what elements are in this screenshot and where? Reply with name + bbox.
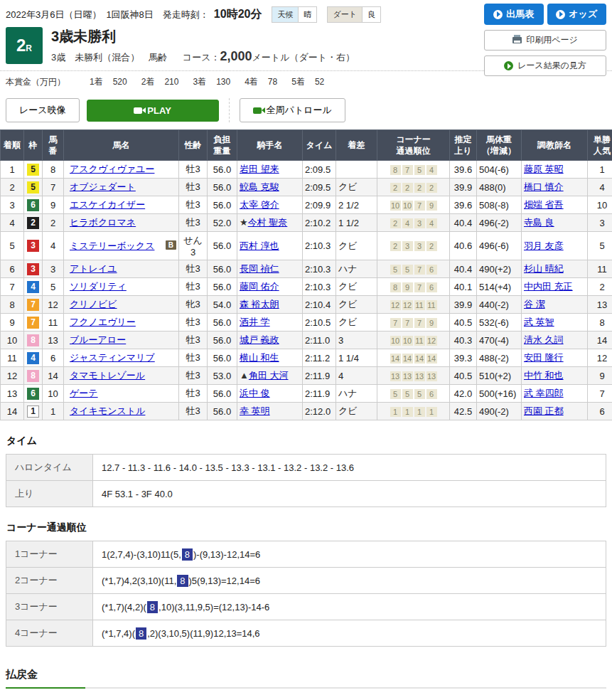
entry-table-button[interactable]: 出馬表 (484, 4, 544, 25)
race-title: 3歳未勝利 (51, 28, 355, 44)
odds-label: オッズ (569, 8, 597, 21)
finish-time: 2:11.9 (303, 385, 336, 403)
trainer-name-link[interactable]: 武 英智 (524, 317, 554, 327)
horse-name-link[interactable]: ジャスティンマリブ (70, 352, 155, 363)
result-row: 1411タイキモンストル牡356.0幸 英明2:12.0クビ111142.549… (1, 403, 612, 420)
time-section-title: タイム (0, 435, 612, 447)
finish-position: 11 (1, 349, 24, 367)
corner-positions: 2434 (377, 214, 450, 232)
jockey-name-link[interactable]: 幸 英明 (240, 405, 270, 416)
trainer-name-link[interactable]: 橋口 慎介 (524, 181, 564, 192)
odds-button[interactable]: オッズ (547, 4, 607, 25)
corner-positions: 101079 (377, 196, 450, 214)
jockey-name-link[interactable]: 浜中 俊 (240, 388, 270, 398)
jockey-cell: 浜中 俊 (237, 385, 303, 403)
race-video-button[interactable]: レース映像 (6, 98, 80, 122)
corner-row-value: (*1,7,4)(8,2)(3,10,5)(11,9)12,13=14,6 (93, 620, 606, 647)
horse-name-link[interactable]: ゲーテ (70, 388, 98, 398)
margin: 3 (336, 332, 377, 349)
horse-name-link[interactable]: ミステリーボックス (70, 240, 154, 251)
horse-number: 1 (43, 403, 64, 420)
trainer-name-link[interactable]: 西園 正都 (524, 405, 564, 416)
frame-cell: 6 (24, 385, 43, 403)
corner-position-box: 8 (390, 165, 401, 175)
finish-time: 2:10.3 (303, 232, 336, 260)
frame-cell: 8 (24, 332, 43, 349)
horse-name-link[interactable]: アトレイユ (70, 263, 117, 274)
horse-name-link[interactable]: ブルーアロー (70, 334, 126, 345)
frame-number-badge: 5 (27, 164, 39, 176)
trainer-name-link[interactable]: 寺島 良 (524, 217, 554, 228)
weather-value: 晴 (298, 7, 316, 22)
margin (336, 161, 377, 179)
trainer-name-link[interactable]: 中内田 充正 (524, 281, 573, 292)
horse-name-link[interactable]: タイキモンストル (70, 405, 145, 416)
jockey-name-link[interactable]: 鮫島 克駿 (240, 181, 279, 192)
corner-position-box: 12 (402, 300, 413, 310)
corner-position-box: 6 (426, 265, 437, 275)
last-3f: 39.9 (450, 296, 477, 314)
jockey-name-link[interactable]: 横山 和生 (240, 352, 279, 363)
corner-position-box: 12 (426, 336, 437, 346)
jockey-cell: 藤岡 佑介 (237, 278, 303, 296)
result-row: 8712クリノビビ牝354.0森 裕太朗2:10.4クビ1212111139.9… (1, 296, 612, 314)
arrow-circle-icon (556, 10, 565, 19)
jockey-name-link[interactable]: 岩田 望来 (240, 164, 279, 174)
finish-time: 2:10.3 (303, 260, 336, 278)
horse-weight: 496(-6) (477, 232, 522, 260)
highlighted-horse-number: 8 (177, 575, 188, 587)
horse-name-link[interactable]: タマモトレゾール (70, 370, 145, 381)
track-condition-value: 良 (362, 7, 380, 22)
trainer-name-link[interactable]: 中竹 和也 (524, 370, 564, 381)
horse-name-link[interactable]: オブジェダート (70, 181, 136, 192)
jockey-name-link[interactable]: 酒井 学 (240, 317, 270, 327)
win-popularity: 4 (588, 179, 612, 196)
jockey-name-link[interactable]: 森 裕太朗 (240, 299, 279, 309)
win-popularity: 8 (588, 314, 612, 332)
start-time-label: 発走時刻： (163, 9, 209, 21)
horse-name-link[interactable]: ヒラボクロマネ (70, 217, 136, 228)
trainer-name-link[interactable]: 安田 隆行 (524, 352, 564, 363)
horse-name-link[interactable]: ソリダリティ (70, 281, 127, 292)
results-header-row: 着順枠馬 番馬名性齢負担 重量騎手名タイム着差コーナー 通過順位推定 上り馬体重… (1, 130, 612, 161)
horse-name-link[interactable]: アスクヴィヴァユー (70, 164, 154, 174)
sex-age: 牡3 (179, 278, 208, 296)
horse-name-link[interactable]: クリノビビ (70, 299, 117, 309)
corner-positions: 2332 (377, 232, 450, 260)
jockey-name-link[interactable]: 藤岡 佑介 (240, 281, 279, 292)
play-button[interactable]: PLAY (87, 100, 219, 122)
trainer-name-link[interactable]: 清水 久詞 (524, 334, 564, 345)
jockey-name-link[interactable]: 西村 淳也 (240, 240, 279, 251)
horse-name-link[interactable]: エスケイカイザー (70, 199, 145, 210)
jockey-name-link[interactable]: 長岡 禎仁 (240, 263, 279, 274)
jockey-name-link[interactable]: 角田 大河 (249, 370, 289, 381)
trainer-name-link[interactable]: 武 幸四郎 (524, 388, 564, 398)
column-header: 調教師名 (522, 130, 588, 161)
corner-position-box: 13 (426, 371, 437, 381)
trainer-name-link[interactable]: 杉山 晴紀 (524, 263, 564, 274)
frame-cell: 2 (24, 214, 43, 232)
margin: クビ (336, 278, 377, 296)
print-page-button[interactable]: 印刷用ページ (484, 30, 606, 51)
frame-number-badge: 7 (27, 299, 39, 311)
race-number-box: 2R (6, 27, 43, 64)
trainer-name-link[interactable]: 谷 潔 (524, 299, 545, 309)
jockey-name-link[interactable]: 城戸 義政 (240, 334, 279, 345)
finish-time: 2:10.4 (303, 296, 336, 314)
trainer-name-link[interactable]: 藤原 英昭 (524, 164, 564, 174)
patrol-video-button[interactable]: 全周パトロール (240, 98, 345, 122)
results-table: 着順枠馬 番馬名性齢負担 重量騎手名タイム着差コーナー 通過順位推定 上り馬体重… (0, 129, 612, 420)
result-guide-button[interactable]: レース結果の見方 (484, 55, 606, 76)
corner-positions: 5576 (377, 260, 450, 278)
win-popularity: 9 (588, 367, 612, 385)
column-header: 着順 (1, 130, 24, 161)
race-meeting: 1回阪神8日 (106, 9, 153, 21)
jockey-name-link[interactable]: 今村 聖奈 (248, 217, 288, 228)
sex-age: 牡3 (179, 367, 208, 385)
horse-name-link[interactable]: フクノエヴリー (70, 317, 136, 327)
trainer-name-link[interactable]: 畑端 省吾 (524, 199, 564, 210)
carried-weight: 56.0 (208, 196, 237, 214)
jockey-name-link[interactable]: 太宰 啓介 (240, 199, 279, 210)
trainer-name-link[interactable]: 羽月 友彦 (524, 240, 564, 251)
finish-time: 2:10.3 (303, 278, 336, 296)
